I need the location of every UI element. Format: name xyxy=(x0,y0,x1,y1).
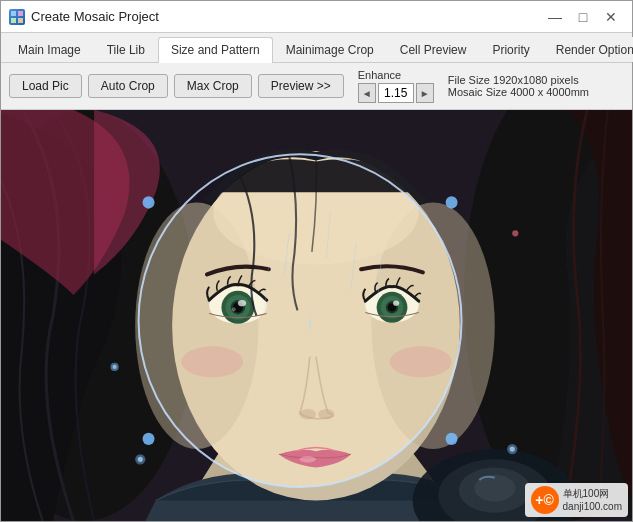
svg-point-17 xyxy=(232,307,236,311)
window-controls: — □ ✕ xyxy=(542,5,624,29)
tab-mainimage-crop[interactable]: Mainimage Crop xyxy=(273,37,387,62)
enhance-decrease-button[interactable]: ◄ xyxy=(358,83,376,103)
svg-point-16 xyxy=(238,300,246,306)
svg-point-42 xyxy=(138,457,143,462)
svg-point-39 xyxy=(113,365,117,369)
main-image-display xyxy=(1,110,632,521)
svg-point-27 xyxy=(181,346,243,377)
max-crop-button[interactable]: Max Crop xyxy=(174,74,252,98)
svg-point-23 xyxy=(393,301,399,306)
maximize-button[interactable]: □ xyxy=(570,5,596,29)
watermark-text: 单机100网 danji100.com xyxy=(563,487,622,513)
tab-tile-lib[interactable]: Tile Lib xyxy=(94,37,158,62)
app-icon xyxy=(9,9,25,25)
svg-point-44 xyxy=(510,447,515,452)
canvas-area[interactable]: +© 单机100网 danji100.com xyxy=(1,110,632,521)
svg-rect-1 xyxy=(18,11,23,16)
title-bar: Create Mosaic Project — □ ✕ xyxy=(1,1,632,33)
tab-size-and-pattern[interactable]: Size and Pattern xyxy=(158,37,273,63)
svg-rect-2 xyxy=(11,18,16,23)
tab-priority[interactable]: Priority xyxy=(479,37,542,62)
watermark-url: danji100.com xyxy=(563,500,622,513)
tab-cell-preview[interactable]: Cell Preview xyxy=(387,37,480,62)
minimize-button[interactable]: — xyxy=(542,5,568,29)
svg-point-25 xyxy=(318,409,334,419)
tab-main-image[interactable]: Main Image xyxy=(5,37,94,62)
svg-rect-0 xyxy=(11,11,16,16)
svg-point-26 xyxy=(300,456,316,462)
file-info: File Size 1920x1080 pixels Mosaic Size 4… xyxy=(448,74,589,98)
enhance-label: Enhance xyxy=(358,69,434,81)
svg-point-40 xyxy=(512,230,518,236)
svg-point-24 xyxy=(300,409,316,419)
enhance-value: 1.15 xyxy=(378,83,414,103)
watermark-icon: +© xyxy=(531,486,559,514)
toolbar: Load Pic Auto Crop Max Crop Preview >> E… xyxy=(1,63,632,110)
main-window: Create Mosaic Project — □ ✕ Main Image T… xyxy=(0,0,633,522)
window-title: Create Mosaic Project xyxy=(31,9,542,24)
tab-bar: Main Image Tile Lib Size and Pattern Mai… xyxy=(1,33,632,63)
watermark-site: 单机100网 xyxy=(563,487,622,500)
tab-render-option[interactable]: Render Option xyxy=(543,37,633,62)
preview-button[interactable]: Preview >> xyxy=(258,74,344,98)
enhance-increase-button[interactable]: ► xyxy=(416,83,434,103)
close-button[interactable]: ✕ xyxy=(598,5,624,29)
enhance-group: Enhance ◄ 1.15 ► xyxy=(358,69,434,103)
svg-point-28 xyxy=(390,346,452,377)
mosaic-size-label: Mosaic Size 4000 x 4000mm xyxy=(448,86,589,98)
file-size-label: File Size 1920x1080 pixels xyxy=(448,74,589,86)
auto-crop-button[interactable]: Auto Crop xyxy=(88,74,168,98)
watermark: +© 单机100网 danji100.com xyxy=(525,483,628,517)
svg-rect-3 xyxy=(18,18,23,23)
enhance-spinner: ◄ 1.15 ► xyxy=(358,83,434,103)
load-pic-button[interactable]: Load Pic xyxy=(9,74,82,98)
